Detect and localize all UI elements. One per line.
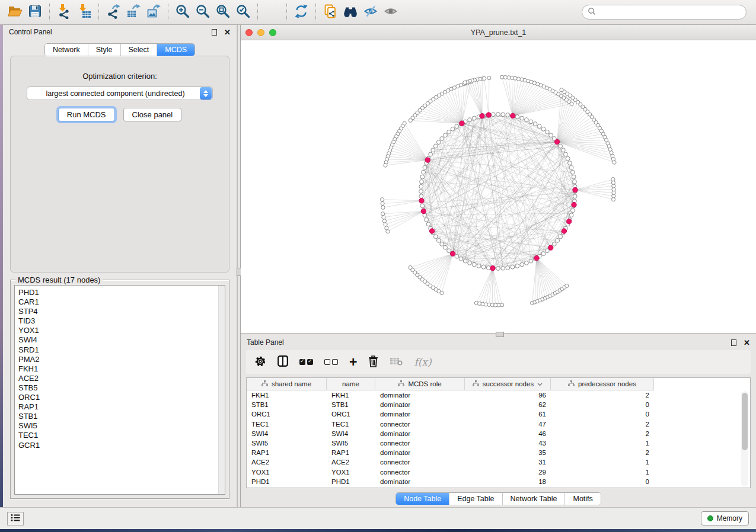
table-scrollbar-thumb[interactable] bbox=[742, 393, 748, 450]
table-row[interactable]: SWI5SWI5connector431 bbox=[247, 438, 654, 448]
mcds-result-item[interactable]: PHD1 bbox=[15, 286, 225, 297]
table-row[interactable]: FKH1FKH1dominator962 bbox=[247, 390, 654, 400]
search-input[interactable] bbox=[596, 8, 741, 17]
horizontal-splitter[interactable] bbox=[241, 333, 756, 336]
delete-table-button[interactable] bbox=[390, 357, 403, 367]
zoom-out-icon bbox=[195, 4, 210, 21]
column-label: shared name bbox=[272, 380, 311, 387]
maximize-window-button[interactable] bbox=[269, 29, 276, 36]
function-builder-button[interactable]: f(x) bbox=[414, 356, 431, 368]
desktop-wallpaper-bottom bbox=[0, 529, 756, 532]
float-panel-icon[interactable] bbox=[731, 339, 736, 346]
tab-edge-table[interactable]: Edge Table bbox=[449, 493, 502, 505]
refresh-button[interactable] bbox=[291, 2, 311, 23]
result-list-scrollbar[interactable] bbox=[218, 286, 225, 494]
tab-motifs[interactable]: Motifs bbox=[564, 493, 600, 505]
run-mcds-button[interactable]: Run MCDS bbox=[58, 108, 115, 121]
find-button[interactable] bbox=[340, 2, 361, 23]
table-cell: SWI4 bbox=[247, 430, 327, 437]
zoom-in-button[interactable] bbox=[173, 2, 193, 23]
tab-style[interactable]: Style bbox=[88, 44, 120, 56]
close-panel-icon[interactable]: ✕ bbox=[224, 28, 231, 36]
mcds-result-item[interactable]: GCR1 bbox=[15, 441, 225, 450]
columns-button[interactable] bbox=[277, 355, 288, 368]
import-table-button[interactable] bbox=[74, 2, 94, 23]
close-panel-icon[interactable]: ✕ bbox=[744, 339, 750, 347]
zoom-selected-button[interactable] bbox=[233, 2, 253, 23]
criterion-dropdown[interactable]: largest connected component (undirected) bbox=[27, 86, 213, 100]
tab-network[interactable]: Network bbox=[45, 44, 88, 56]
table-scrollbar[interactable] bbox=[741, 391, 748, 486]
export-table-button[interactable] bbox=[123, 2, 143, 23]
mcds-result-item[interactable]: TID3 bbox=[15, 316, 225, 326]
delete-column-button[interactable] bbox=[368, 355, 378, 369]
close-window-button[interactable] bbox=[245, 29, 253, 36]
table-cell: 2 bbox=[551, 392, 654, 399]
mcds-result-item[interactable]: YOX1 bbox=[15, 326, 225, 335]
deselect-all-button[interactable] bbox=[324, 359, 338, 365]
tab-mcds[interactable]: MCDS bbox=[157, 44, 194, 56]
trash-icon bbox=[368, 355, 378, 369]
import-network-button[interactable] bbox=[54, 2, 74, 23]
mcds-result-item[interactable]: STB1 bbox=[15, 412, 225, 421]
mcds-result-item[interactable]: STB5 bbox=[15, 383, 225, 393]
main-toolbar bbox=[0, 0, 756, 25]
table-row[interactable]: YOX1YOX1connector291 bbox=[247, 467, 654, 477]
mcds-result-item[interactable]: TEC1 bbox=[15, 431, 225, 440]
tab-select[interactable]: Select bbox=[120, 44, 157, 56]
mcds-result-item[interactable]: STP4 bbox=[15, 307, 225, 316]
column-label: predecessor nodes bbox=[578, 380, 636, 387]
gear-icon bbox=[254, 355, 266, 369]
mcds-result-item[interactable]: FKH1 bbox=[15, 364, 225, 374]
open-session-icon bbox=[7, 4, 23, 21]
table-row[interactable]: PHD1PHD1dominator180 bbox=[247, 477, 654, 486]
table-row[interactable]: ACE2ACE2connector311 bbox=[247, 457, 654, 467]
table-cell: dominator bbox=[375, 392, 465, 399]
table-cell: SWI4 bbox=[327, 430, 375, 437]
table-row[interactable]: RAP1RAP1dominator352 bbox=[247, 448, 654, 457]
mcds-result-item[interactable]: ACE2 bbox=[15, 374, 225, 383]
zoom-fit-button[interactable] bbox=[213, 2, 233, 23]
clone-network-button[interactable] bbox=[320, 2, 340, 23]
network-canvas[interactable] bbox=[241, 40, 756, 333]
tab-network-table[interactable]: Network Table bbox=[502, 493, 565, 505]
column-header-successor-nodes[interactable]: successor nodes bbox=[465, 378, 551, 390]
splitter-handle[interactable] bbox=[496, 332, 504, 337]
zoom-out-button[interactable] bbox=[193, 2, 213, 23]
float-panel-icon[interactable] bbox=[212, 29, 217, 36]
network-window-title: YPA_prune.txt_1 bbox=[241, 28, 756, 37]
mcds-result-item[interactable]: SWI4 bbox=[15, 335, 225, 345]
select-all-button[interactable] bbox=[299, 359, 313, 365]
table-row[interactable]: TEC1TEC1connector472 bbox=[247, 419, 654, 429]
close-panel-button[interactable]: Close panel bbox=[123, 108, 182, 121]
binoculars-icon bbox=[342, 4, 359, 21]
column-header-mcds-role[interactable]: MCDS role bbox=[375, 378, 465, 390]
save-session-button[interactable] bbox=[25, 2, 45, 23]
show-elements-button[interactable] bbox=[381, 2, 401, 23]
export-image-button[interactable] bbox=[143, 2, 164, 23]
add-column-button[interactable]: + bbox=[349, 356, 357, 368]
memory-status-icon bbox=[707, 515, 713, 521]
memory-button[interactable]: Memory bbox=[701, 511, 749, 525]
tab-node-table[interactable]: Node Table bbox=[396, 493, 449, 505]
mcds-result-item[interactable]: CAR1 bbox=[15, 297, 225, 307]
gear-button[interactable] bbox=[254, 355, 266, 369]
hide-elements-button[interactable] bbox=[361, 2, 381, 23]
column-header-name[interactable]: name bbox=[327, 378, 375, 390]
export-network-button[interactable] bbox=[103, 2, 123, 23]
import-table-icon bbox=[76, 4, 92, 21]
minimize-window-button[interactable] bbox=[257, 29, 264, 36]
open-session-button[interactable] bbox=[5, 2, 25, 23]
mcds-result-item[interactable]: RAP1 bbox=[15, 402, 225, 412]
table-row[interactable]: SWI4SWI4dominator462 bbox=[247, 429, 654, 438]
column-header-shared-name[interactable]: shared name bbox=[247, 378, 327, 390]
table-row[interactable]: STB1STB1dominator620 bbox=[247, 400, 654, 409]
column-header-predecessor-nodes[interactable]: predecessor nodes bbox=[551, 378, 654, 390]
mcds-result-item[interactable]: SRD1 bbox=[15, 345, 225, 355]
table-row[interactable]: ORC1ORC1dominator610 bbox=[247, 409, 654, 419]
optimization-criterion-label: Optimization criterion: bbox=[11, 72, 229, 81]
mcds-result-item[interactable]: SWI5 bbox=[15, 421, 225, 431]
task-history-button[interactable] bbox=[7, 512, 24, 525]
mcds-result-item[interactable]: PMA2 bbox=[15, 355, 225, 364]
mcds-result-item[interactable]: ORC1 bbox=[15, 393, 225, 402]
